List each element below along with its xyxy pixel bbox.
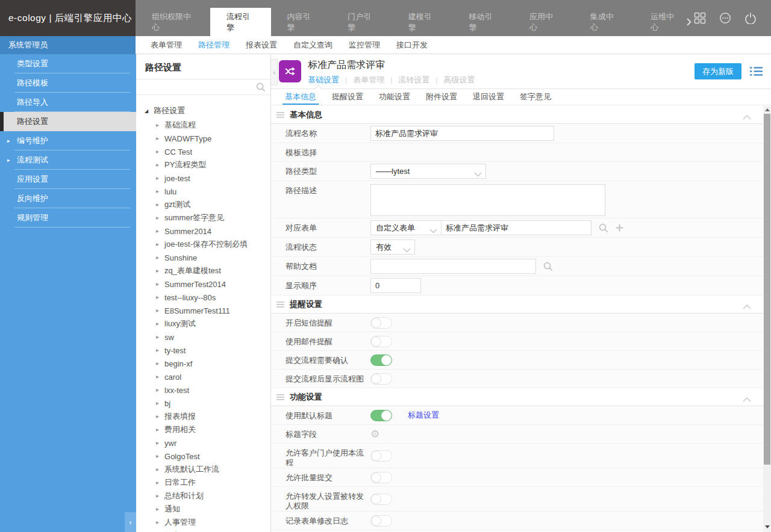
collapsed-arrow-icon[interactable]: ▸ (156, 255, 159, 261)
settings-subtab-1[interactable]: 基本信息 (277, 89, 324, 105)
workflow-tab-2[interactable]: 表单管理 (353, 75, 384, 85)
collapsed-arrow-icon[interactable]: ▸ (156, 215, 159, 221)
text-input[interactable] (370, 126, 554, 141)
tree-node[interactable]: ▸基础流程 (136, 119, 270, 132)
tree-node[interactable]: ▸GolgoTest (136, 450, 270, 463)
collapsed-arrow-icon[interactable]: ▸ (156, 480, 159, 486)
collapsed-arrow-icon[interactable]: ▸ (156, 506, 159, 512)
topnav-item-9[interactable]: 运维中心 (634, 8, 695, 36)
collapsed-arrow-icon[interactable]: ▸ (156, 493, 159, 499)
tree-node[interactable]: ▸begin-xf (136, 357, 270, 370)
chevron-right-icon[interactable] (687, 8, 694, 36)
topnav-item-6[interactable]: 移动引擎 (452, 8, 513, 36)
tree-node[interactable]: ▸E8SummerTest111 (136, 304, 270, 317)
collapsed-arrow-icon[interactable]: ▸ (156, 241, 159, 247)
topnav-item-3[interactable]: 内容引擎 (271, 8, 332, 36)
scroll-up-arrow[interactable] (765, 108, 770, 111)
tree-node[interactable]: ▸SummerTest2014 (136, 277, 270, 291)
collapsed-arrow-icon[interactable]: ▸ (156, 162, 159, 168)
collapsed-arrow-icon[interactable]: ▸ (156, 374, 159, 380)
collapsed-arrow-icon[interactable]: ▸ (156, 453, 159, 459)
collapsed-arrow-icon[interactable]: ▸ (156, 175, 159, 181)
collapse-section-icon[interactable] (743, 395, 751, 404)
collapsed-arrow-icon[interactable]: ▸ (156, 466, 159, 472)
tree-node[interactable]: ▸总结和计划 (136, 489, 270, 503)
collapsed-arrow-icon[interactable]: ▸ (156, 347, 159, 353)
tree-search-input[interactable] (136, 79, 270, 94)
tree-node[interactable]: ▸zq_表单建模test (136, 264, 270, 277)
tree-node[interactable]: ▸lxx-test (136, 383, 270, 397)
tree-node[interactable]: ▸Summer2014 (136, 224, 270, 238)
tree-node[interactable]: ▸通知 (136, 503, 270, 516)
scroll-down-arrow[interactable] (765, 525, 770, 528)
toggle-switch-off[interactable] (370, 317, 392, 329)
settings-subtab-2[interactable]: 提醒设置 (324, 89, 371, 105)
tree-node[interactable]: ▸ywr (136, 436, 270, 450)
collapsed-arrow-icon[interactable]: ▸ (156, 294, 159, 300)
text-input[interactable] (370, 259, 536, 274)
drag-handle-icon[interactable] (276, 304, 284, 305)
tree-node[interactable]: ▸test--liuxy--80s (136, 291, 270, 304)
collapsed-arrow-icon[interactable]: ▸ (156, 149, 159, 155)
tree-node[interactable]: ▸系统默认工作流 (136, 463, 270, 476)
version-list-icon[interactable] (750, 66, 763, 76)
sidebar-item-3[interactable]: 路径导入 (0, 93, 136, 112)
topnav-item-1[interactable]: 组织权限中心 (136, 8, 210, 36)
toggle-switch-on[interactable] (370, 410, 392, 421)
drag-handle-icon[interactable] (276, 397, 284, 398)
sidebar-item-1[interactable]: 类型设置 (0, 54, 136, 73)
collapsed-arrow-icon[interactable]: ▸ (156, 360, 159, 367)
expanded-arrow-icon[interactable]: ◢ (145, 108, 148, 114)
tree-node[interactable]: ▸CC Test (136, 145, 270, 158)
tree-node[interactable]: ▸Sunshine (136, 251, 270, 264)
tree-node[interactable]: ▸joe-test (136, 172, 270, 185)
tree-node[interactable]: ▸gzt测试 (136, 198, 270, 211)
toggle-switch-off[interactable] (370, 336, 392, 347)
tree-node[interactable]: ▸PY流程类型 (136, 158, 270, 172)
scrollbar-thumb[interactable] (764, 114, 770, 465)
sidebar-item-9[interactable]: 规则管理 (0, 208, 136, 227)
select-dropdown[interactable]: ——lytest (370, 164, 486, 179)
toggle-switch-off[interactable] (370, 450, 392, 462)
sidebar-item-4[interactable]: 路径设置 (0, 112, 136, 131)
tree-node[interactable]: ▸joe-test-保存不控制必填 (136, 238, 270, 251)
tree-node[interactable]: ▸sw (136, 330, 270, 344)
topnav-item-2[interactable]: 流程引擎 (210, 8, 271, 36)
collapsed-arrow-icon[interactable]: ▸ (156, 334, 159, 340)
module-tab-1[interactable]: 表单管理 (151, 40, 182, 51)
workflow-tab-1[interactable]: 基础设置 (308, 75, 339, 85)
settings-subtab-4[interactable]: 附件设置 (418, 89, 465, 105)
tree-node[interactable]: ▸人事管理 (136, 516, 270, 529)
collapsed-arrow-icon[interactable]: ▸ (156, 400, 159, 406)
collapsed-arrow-icon[interactable]: ▸ (156, 427, 159, 433)
tree-node[interactable]: ▸ty-test (136, 344, 270, 357)
collapsed-arrow-icon[interactable]: ▸ (156, 321, 159, 327)
collapsed-arrow-icon[interactable]: ▸ (156, 413, 159, 419)
drag-handle-icon[interactable] (276, 114, 284, 116)
topnav-item-4[interactable]: 门户引擎 (331, 8, 392, 36)
toggle-switch-off[interactable] (370, 472, 392, 483)
sidebar-item-7[interactable]: 应用设置 (0, 170, 136, 189)
module-tab-6[interactable]: 接口开发 (396, 40, 428, 51)
search-icon[interactable] (256, 82, 266, 94)
form-name-input[interactable] (441, 220, 592, 235)
sidebar-item-8[interactable]: 反向维护 (0, 189, 136, 208)
collapsed-arrow-icon[interactable]: ▸ (156, 440, 159, 446)
tree-node[interactable]: ▸summer签字意见 (136, 211, 270, 224)
collapsed-arrow-icon[interactable]: ▸ (156, 228, 159, 234)
sidebar-item-5[interactable]: ▸编号维护 (0, 131, 136, 150)
tree-root-node[interactable]: ◢ 路径设置 (136, 103, 270, 119)
sidebar-collapse-button[interactable]: ‹ (125, 512, 136, 532)
tree-node[interactable]: ▸日常工作 (136, 476, 270, 489)
description-textarea[interactable] (370, 184, 605, 216)
more-icon[interactable] (719, 12, 731, 24)
topnav-item-5[interactable]: 建模引擎 (392, 8, 453, 36)
collapsed-arrow-icon[interactable]: ▸ (156, 122, 159, 128)
module-tab-4[interactable]: 自定义查询 (293, 40, 332, 51)
tree-node[interactable]: ▸报表填报 (136, 410, 270, 423)
tree-node[interactable]: ▸WADWFType (136, 132, 270, 145)
toggle-switch-on[interactable] (370, 354, 392, 366)
collapsed-arrow-icon[interactable]: ▸ (156, 268, 159, 274)
collapsed-arrow-icon[interactable]: ▸ (156, 202, 159, 208)
plus-icon[interactable] (616, 224, 623, 232)
